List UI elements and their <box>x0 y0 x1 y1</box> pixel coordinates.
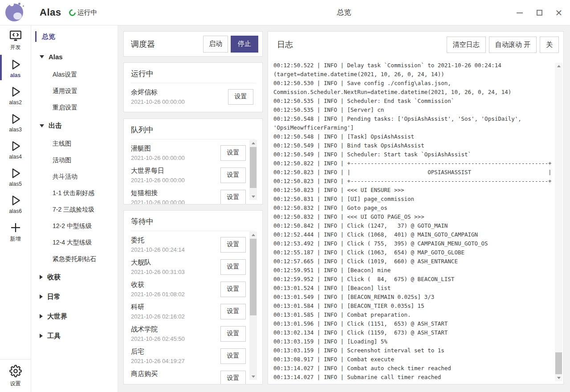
menu-item-1-1 伏击刷好感[interactable]: 1-1 伏击刷好感 <box>31 185 118 201</box>
menu-group-label: 大世界 <box>47 312 67 321</box>
rail-item-alas2[interactable]: alas2 <box>0 81 31 108</box>
task-next-run-time: 2021-10-26 02:16:02 <box>131 313 185 320</box>
rail-item-add[interactable]: 新增 <box>0 217 31 245</box>
play-icon <box>9 167 22 180</box>
menu-item-12-2 中型练级[interactable]: 12-2 中型练级 <box>31 218 118 234</box>
task-settings-button[interactable]: 设置 <box>220 237 246 253</box>
caret-right-icon <box>40 294 43 299</box>
scroll-up-icon[interactable] <box>249 232 257 238</box>
log-output[interactable]: 00:12:50.522 | INFO | Delay task `Commis… <box>273 61 553 381</box>
log-scrollbar <box>555 63 562 381</box>
menu-item-Alas设置[interactable]: Alas设置 <box>31 66 118 83</box>
task-settings-button[interactable]: 设置 <box>220 282 246 297</box>
caret-right-icon <box>40 275 43 279</box>
status-label: 运行中 <box>77 8 97 17</box>
task-next-run-time: 2021-10-26 00:24:14 <box>131 246 185 253</box>
rail-item-settings[interactable]: 设置 <box>0 359 31 392</box>
rail-item-alas[interactable]: alas <box>0 54 31 81</box>
task-row: 战术学院2021-10-26 02:45:50设置 <box>131 323 246 345</box>
task-settings-button[interactable]: 设置 <box>220 190 246 205</box>
rail-settings-label: 设置 <box>10 380 21 388</box>
gear-icon <box>9 365 22 379</box>
menu-item-活动图[interactable]: 活动图 <box>31 152 118 168</box>
page-title: 总览 <box>118 8 570 17</box>
caret-right-icon <box>40 334 43 338</box>
scroll-down-icon[interactable] <box>249 373 257 380</box>
pending-scrollbar-thumb[interactable] <box>250 147 256 188</box>
menu-item-通用设置[interactable]: 通用设置 <box>31 83 118 99</box>
task-info: 委托2021-10-26 00:24:14 <box>131 236 185 253</box>
task-settings-button[interactable]: 设置 <box>220 167 246 183</box>
play-icon <box>9 139 22 153</box>
task-next-run-time: 2021-10-26 00:00:00 <box>131 199 185 204</box>
menu-item-7-2 三战捡垃圾[interactable]: 7-2 三战捡垃圾 <box>31 201 118 218</box>
clear-log-button[interactable]: 清空日志 <box>447 37 486 53</box>
running-card: 运行中 余烬信标2021-10-26 00:00:00设置 <box>123 62 263 112</box>
rail-item-alas5[interactable]: alas5 <box>0 163 31 190</box>
menu-group-出击[interactable]: 出击 <box>31 116 118 135</box>
task-settings-button[interactable]: 设置 <box>220 326 246 342</box>
autoscroll-on-button[interactable]: 自动滚动 开 <box>489 37 537 53</box>
rail-item-alas3[interactable]: alas3 <box>0 108 31 135</box>
pending-card: 队列中 潜艇图2021-10-26 00:00:00设置大世界每日2021-10… <box>123 118 263 204</box>
menu-group-大世界[interactable]: 大世界 <box>31 306 118 326</box>
menu-group-收获[interactable]: 收获 <box>31 267 118 287</box>
scroll-down-icon[interactable] <box>555 375 562 381</box>
scroll-down-icon[interactable] <box>249 193 257 200</box>
task-menu: 总览AlasAlas设置通用设置重启设置出击主线图活动图共斗活动1-1 伏击刷好… <box>31 25 118 392</box>
rail-item-dev[interactable]: 开发 <box>0 25 31 54</box>
maximize-button[interactable] <box>535 9 543 17</box>
scroll-up-icon[interactable] <box>555 63 562 69</box>
task-settings-button[interactable]: 设置 <box>220 259 246 275</box>
task-next-run-time <box>131 380 158 384</box>
menu-item-overview[interactable]: 总览 <box>31 30 118 43</box>
autoscroll-off-button[interactable]: 关 <box>540 37 559 53</box>
task-settings-button[interactable]: 设置 <box>220 371 246 385</box>
menu-item-重启设置[interactable]: 重启设置 <box>31 99 118 116</box>
play-icon <box>9 58 22 71</box>
task-info: 潜艇图2021-10-26 00:00:00 <box>131 144 185 161</box>
task-name: 余烬信标 <box>131 88 185 97</box>
rail-item-label: alas5 <box>9 181 22 187</box>
maximize-icon <box>537 10 542 16</box>
menu-item-共斗活动[interactable]: 共斗活动 <box>31 168 118 185</box>
task-settings-button[interactable]: 设置 <box>220 304 246 319</box>
scheduler-stop-button[interactable]: 停止 <box>231 36 258 53</box>
close-button[interactable]: ✕ <box>555 9 563 17</box>
task-settings-button[interactable]: 设置 <box>228 89 253 105</box>
menu-group-工具[interactable]: 工具 <box>31 326 118 346</box>
menu-group-Alas[interactable]: Alas <box>31 47 118 66</box>
pending-scrollbar <box>249 140 257 200</box>
task-info: 余烬信标2021-10-26 00:00:00 <box>131 88 185 105</box>
task-next-run-time: 2021-10-26 02:45:50 <box>131 335 185 342</box>
log-scrollbar-thumb[interactable] <box>555 352 562 374</box>
menu-group-label: 日常 <box>47 293 61 301</box>
task-settings-button[interactable]: 设置 <box>220 145 246 161</box>
waiting-card-title: 等待中 <box>131 211 255 231</box>
scheduler-panel: 调度器 启动 停止 <box>123 31 263 57</box>
app-logo-icon <box>5 4 23 21</box>
rail-item-alas6[interactable]: alas6 <box>0 190 31 217</box>
log-header: 日志 清空日志 自动滚动 开 关 <box>268 32 563 57</box>
scheduler-start-button[interactable]: 启动 <box>203 36 228 53</box>
task-next-run-time: 2021-10-26 00:00:00 <box>131 177 185 184</box>
task-row: 短猫相接2021-10-26 00:00:00设置 <box>131 186 246 204</box>
scheduler-status: 运行中 <box>69 8 97 17</box>
window-controls: ✕ <box>516 0 563 25</box>
waiting-scrollbar-thumb[interactable] <box>250 239 256 315</box>
task-settings-button[interactable]: 设置 <box>220 348 246 364</box>
minimize-button[interactable] <box>516 9 524 17</box>
menu-item-12-4 大型练级[interactable]: 12-4 大型练级 <box>31 234 118 251</box>
log-title: 日志 <box>277 39 444 50</box>
selected-indicator <box>35 31 37 42</box>
menu-item-主线图[interactable]: 主线图 <box>31 135 118 152</box>
task-row: 潜艇图2021-10-26 00:00:00设置 <box>131 142 246 164</box>
task-name: 后宅 <box>131 347 185 356</box>
task-info: 短猫相接2021-10-26 00:00:00 <box>131 189 185 204</box>
menu-group-日常[interactable]: 日常 <box>31 287 118 306</box>
waiting-scrollbar <box>249 232 257 380</box>
scroll-up-icon[interactable] <box>249 140 257 147</box>
menu-item-紧急委托刷钻石[interactable]: 紧急委托刷钻石 <box>31 251 118 267</box>
rail-item-alas4[interactable]: alas4 <box>0 135 31 163</box>
pending-card-title: 队列中 <box>131 119 255 139</box>
